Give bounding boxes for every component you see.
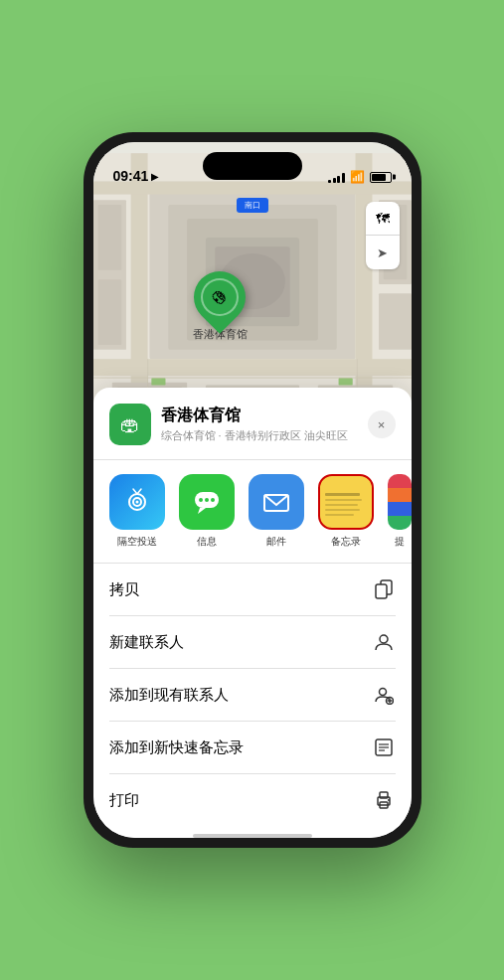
svg-point-28 (135, 501, 138, 504)
share-apps-row: 隔空投送 信息 (93, 460, 412, 564)
location-info: 香港体育馆 综合体育馆 · 香港特别行政区 油尖旺区 (161, 406, 358, 443)
map-type-button[interactable]: 🗺 (366, 202, 400, 236)
share-app-notes[interactable]: 备忘录 (318, 474, 374, 549)
person-icon (372, 630, 396, 654)
location-button[interactable]: ➤ (366, 236, 400, 269)
map-type-icon: 🗺 (376, 211, 390, 227)
venue-subtitle: 综合体育馆 · 香港特别行政区 油尖旺区 (161, 428, 358, 443)
bottom-sheet: 🏟 香港体育馆 综合体育馆 · 香港特别行政区 油尖旺区 × (93, 388, 412, 838)
location-pin: 🏟 香港体育馆 (193, 271, 248, 342)
messages-label: 信息 (197, 535, 217, 549)
phone-frame: 09:41 ▶ 📶 (84, 132, 421, 848)
home-indicator (193, 834, 312, 838)
svg-point-40 (379, 689, 386, 696)
signal-icon (328, 172, 345, 183)
action-copy[interactable]: 拷贝 (109, 564, 396, 616)
share-app-messages[interactable]: 信息 (179, 474, 235, 549)
share-app-more[interactable]: 提 (388, 474, 412, 549)
venue-icon-inner: 🏟 (120, 413, 140, 436)
svg-point-33 (199, 498, 203, 502)
svg-rect-22 (338, 378, 352, 386)
airdrop-label: 隔空投送 (117, 535, 157, 549)
svg-rect-13 (97, 279, 121, 345)
mail-icon (249, 474, 304, 530)
venue-name: 香港体育馆 (161, 406, 358, 426)
airdrop-icon (109, 474, 165, 530)
status-time: 09:41 (113, 168, 149, 184)
location-arrow-icon: ➤ (377, 245, 388, 260)
add-note-label: 添加到新快速备忘录 (109, 738, 244, 757)
messages-icon (179, 474, 235, 530)
svg-point-34 (205, 498, 209, 502)
notes-label: 备忘录 (331, 535, 361, 549)
close-button[interactable]: × (368, 410, 396, 438)
svg-rect-21 (151, 378, 165, 386)
wifi-icon: 📶 (350, 170, 365, 184)
pin-inner: 🏟 (201, 278, 239, 316)
more-icon (388, 474, 412, 530)
svg-rect-38 (376, 584, 387, 598)
mail-label: 邮件 (266, 535, 286, 549)
battery-icon (370, 172, 392, 183)
printer-icon (372, 788, 396, 812)
map-controls[interactable]: 🗺 ➤ (366, 202, 400, 269)
svg-rect-12 (97, 205, 121, 270)
location-header: 🏟 香港体育馆 综合体育馆 · 香港特别行政区 油尖旺区 × (93, 404, 412, 460)
close-icon: × (378, 417, 386, 432)
notes-icon (318, 474, 374, 530)
more-label: 提 (395, 535, 405, 549)
copy-label: 拷贝 (109, 580, 139, 599)
status-icons: 📶 (328, 170, 392, 184)
action-new-contact[interactable]: 新建联系人 (109, 616, 396, 669)
person-add-icon (372, 683, 396, 707)
action-list: 拷贝 新建联系人 (93, 564, 412, 826)
svg-rect-16 (379, 293, 412, 349)
pin-marker: 🏟 (183, 260, 256, 334)
venue-icon-circle: 🏟 (109, 404, 151, 445)
svg-point-35 (211, 498, 215, 502)
share-app-mail[interactable]: 邮件 (249, 474, 304, 549)
phone-screen: 09:41 ▶ 📶 (93, 142, 412, 838)
print-label: 打印 (109, 791, 139, 810)
dynamic-island (203, 152, 302, 180)
svg-point-51 (388, 799, 390, 801)
action-add-note[interactable]: 添加到新快速备忘录 (109, 722, 396, 774)
new-contact-label: 新建联系人 (109, 633, 184, 652)
note-icon (372, 735, 396, 759)
svg-marker-32 (198, 508, 206, 514)
nav-label: 南口 (237, 198, 268, 213)
location-arrow-icon: ▶ (151, 171, 159, 182)
svg-point-39 (380, 635, 388, 643)
copy-icon (372, 577, 396, 601)
add-existing-label: 添加到现有联系人 (109, 686, 229, 705)
action-print[interactable]: 打印 (109, 774, 396, 826)
share-app-airdrop[interactable]: 隔空投送 (109, 474, 165, 549)
action-add-existing[interactable]: 添加到现有联系人 (109, 669, 396, 722)
venue-icon: 🏟 (208, 285, 232, 309)
